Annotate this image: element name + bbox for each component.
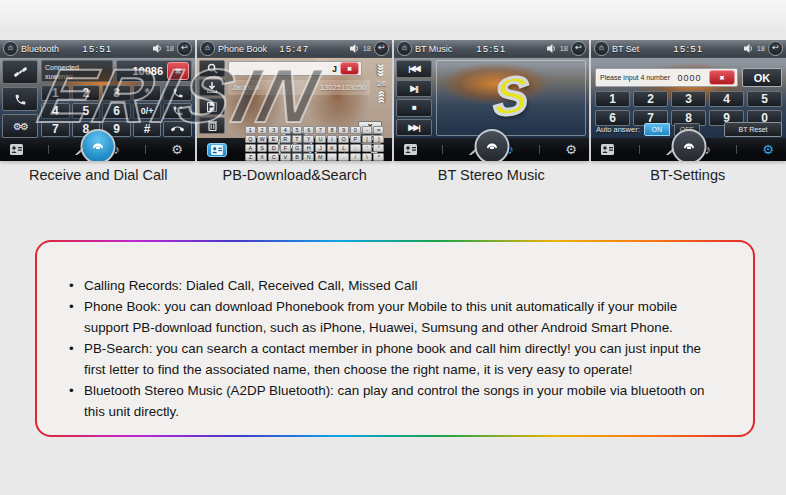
keyboard-key[interactable]: G (292, 144, 303, 152)
scroll-down-icon[interactable]: » (377, 97, 387, 104)
search-button[interactable] (199, 60, 225, 77)
play-pause-button[interactable]: ▶|| (396, 80, 432, 98)
ok-button[interactable]: OK (742, 68, 782, 87)
keyboard-key[interactable]: " (373, 144, 384, 152)
keyboard-key[interactable]: U (315, 135, 326, 143)
keyboard-key[interactable]: 8 (327, 126, 338, 134)
keyboard-key[interactable]: ' (362, 144, 373, 152)
clear-search-button[interactable]: ✖ (340, 62, 359, 75)
download-phonebook-button[interactable] (199, 79, 225, 96)
keyboard-key[interactable]: * (373, 153, 384, 161)
return-button[interactable]: ↩ (374, 41, 389, 56)
keyboard-key[interactable]: W (257, 135, 268, 143)
search-input[interactable]: J ✖ (228, 61, 362, 76)
dialpad-key[interactable]: * (133, 85, 162, 101)
contacts-icon[interactable] (404, 144, 417, 155)
keyboard-key[interactable]: \ (362, 153, 373, 161)
keyboard-key[interactable]: 9 (338, 126, 349, 134)
home-button[interactable]: ⌂ (594, 41, 609, 56)
return-button[interactable]: ↩ (177, 41, 192, 56)
bt-settings-button[interactable]: ⚙⚙ (2, 114, 38, 138)
keyboard-key[interactable]: V (280, 153, 291, 161)
delete-digit-button[interactable]: ✖ (167, 62, 189, 80)
keyboard-key[interactable]: = (373, 126, 384, 134)
keyboard-key[interactable]: 6 (303, 126, 314, 134)
keyboard-key[interactable]: 3 (268, 126, 279, 134)
dialpad-key[interactable]: 5 (72, 103, 101, 119)
pin-key[interactable]: 4 (709, 91, 744, 107)
keyboard-key[interactable]: E (268, 135, 279, 143)
keyboard-key[interactable]: F (280, 144, 291, 152)
keyboard-key[interactable]: N (303, 153, 314, 161)
stop-button[interactable]: ■ (396, 99, 432, 117)
keyboard-key[interactable]: D (268, 144, 279, 152)
keyboard-key[interactable]: / (350, 153, 361, 161)
call-button[interactable] (163, 85, 192, 101)
auto-answer-on-toggle[interactable]: ON (644, 123, 670, 136)
disconnect-button[interactable] (2, 60, 38, 84)
gear-icon[interactable]: ⚙ (565, 143, 577, 156)
dialpad-key[interactable]: 6 (102, 103, 131, 119)
keyboard-key[interactable]: [ (362, 135, 373, 143)
save-button[interactable] (199, 98, 225, 115)
keyboard-key[interactable]: . (338, 153, 349, 161)
delete-contact-button[interactable] (199, 117, 225, 134)
keyboard-key[interactable]: ] (373, 135, 384, 143)
keyboard-key[interactable]: J (315, 144, 326, 152)
previous-track-button[interactable]: |◀◀ (396, 60, 432, 78)
pin-delete-button[interactable]: ✖ (709, 70, 735, 85)
return-button[interactable]: ↩ (571, 41, 586, 56)
dialpad-key[interactable]: 3 (102, 85, 131, 101)
contact-list-item[interactable]: Jackson 13025103050 (228, 80, 370, 95)
keyboard-key[interactable]: Y (303, 135, 314, 143)
keyboard-key[interactable]: Q (245, 135, 256, 143)
keyboard-key[interactable]: S (257, 144, 268, 152)
phone-home-button[interactable] (671, 129, 706, 161)
hangup-button[interactable] (163, 121, 192, 137)
keyboard-key[interactable]: X (257, 153, 268, 161)
keyboard-key[interactable]: H (303, 144, 314, 152)
keyboard-key[interactable]: B (292, 153, 303, 161)
keyboard-key[interactable]: K (327, 144, 338, 152)
keyboard-key[interactable]: 0 (350, 126, 361, 134)
keyboard-key[interactable]: T (292, 135, 303, 143)
keyboard-key[interactable]: M (315, 153, 326, 161)
pin-key[interactable]: 2 (633, 91, 668, 107)
phone-home-button[interactable] (474, 129, 509, 161)
keyboard-key[interactable]: C (268, 153, 279, 161)
bt-reset-button[interactable]: BT Reset (724, 122, 782, 137)
call-transfer-button[interactable] (163, 103, 192, 119)
dialpad-key[interactable]: 4 (41, 103, 70, 119)
contacts-icon[interactable] (10, 144, 23, 155)
dialpad-key[interactable]: 2 (72, 85, 101, 101)
pin-key[interactable]: 1 (595, 91, 630, 107)
pin-input[interactable]: Please input 4 number 0000 ✖ (595, 68, 738, 87)
dialpad-key[interactable]: 7 (41, 121, 70, 137)
phone-home-button[interactable] (80, 129, 115, 161)
dialpad-key[interactable]: # (133, 121, 162, 137)
pin-key[interactable]: 5 (747, 91, 782, 107)
dialpad-key[interactable]: 1 (41, 85, 70, 101)
return-button[interactable]: ↩ (768, 41, 783, 56)
keyboard-key[interactable]: ; (350, 144, 361, 152)
home-button[interactable]: ⌂ (397, 41, 412, 56)
keyboard-key[interactable]: - (362, 126, 373, 134)
gear-icon[interactable]: ⚙ (171, 143, 183, 156)
home-button[interactable]: ⌂ (200, 41, 215, 56)
home-button[interactable]: ⌂ (3, 41, 18, 56)
keyboard-key[interactable]: 4 (280, 126, 291, 134)
keyboard-key[interactable]: 7 (315, 126, 326, 134)
next-track-button[interactable]: ▶▶| (396, 119, 432, 137)
scroll-up-icon[interactable]: » (377, 70, 387, 77)
keyboard-key[interactable]: 5 (292, 126, 303, 134)
keyboard-key[interactable]: P (350, 135, 361, 143)
keyboard-key[interactable]: 2 (257, 126, 268, 134)
pin-key[interactable]: 3 (671, 91, 706, 107)
keyboard-key[interactable]: 1 (245, 126, 256, 134)
gear-icon[interactable]: ⚙ (762, 143, 774, 156)
contacts-icon[interactable] (601, 144, 614, 155)
keyboard-key[interactable]: A (245, 144, 256, 152)
keyboard-key[interactable]: Z (245, 153, 256, 161)
contacts-tab-active[interactable] (207, 143, 227, 157)
keyboard-key[interactable]: O (338, 135, 349, 143)
